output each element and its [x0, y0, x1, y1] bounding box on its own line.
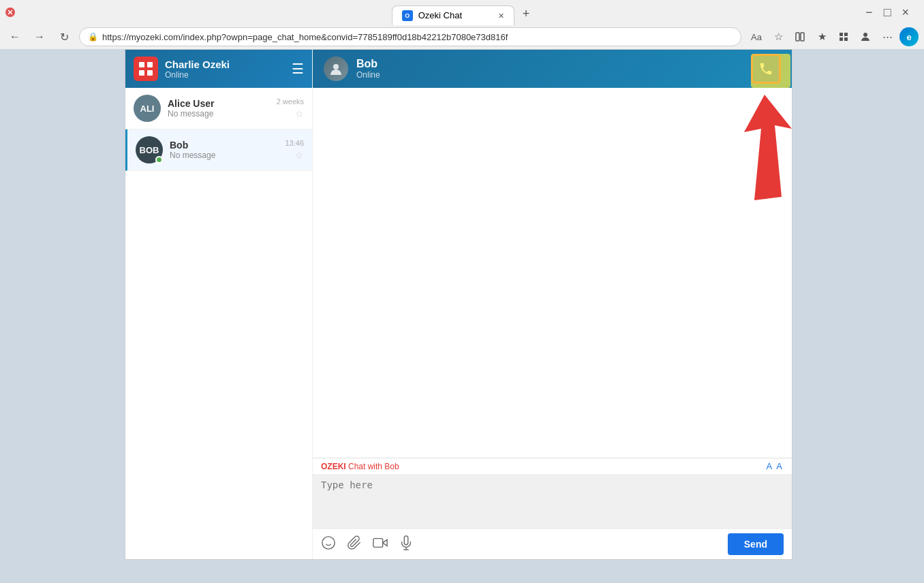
reading-view-button[interactable] — [790, 27, 810, 46]
window-close[interactable] — [5, 7, 15, 17]
video-button[interactable] — [373, 535, 388, 554]
bob-online-indicator — [155, 156, 163, 163]
svg-rect-7 — [840, 37, 843, 41]
sidebar-user-info: Charlie Ozeki Online — [165, 59, 285, 80]
svg-marker-19 — [383, 539, 387, 546]
alice-last-message: No message — [168, 109, 270, 119]
profile-button[interactable] — [856, 27, 875, 46]
tab-favicon: O — [402, 10, 413, 21]
bob-info: Bob No message — [170, 140, 278, 160]
chat-input-area — [313, 474, 792, 529]
audio-button[interactable] — [399, 535, 414, 554]
svg-rect-8 — [844, 37, 848, 41]
call-button[interactable] — [751, 54, 781, 84]
svg-rect-6 — [844, 33, 848, 36]
alice-info: Alice User No message — [168, 98, 270, 119]
attachment-button[interactable] — [347, 535, 362, 554]
lock-icon: 🔒 — [88, 32, 98, 42]
tab-close-button[interactable]: × — [499, 10, 504, 21]
chat-brand-label: OZEKI Chat with Bob — [321, 462, 399, 471]
chat-messages — [313, 88, 792, 458]
window-controls — [5, 7, 15, 17]
chat-contact-status: Online — [356, 70, 743, 80]
sidebar: Charlie Ozeki Online ☰ ALI Alice User No… — [125, 50, 313, 559]
tab-label: Ozeki Chat — [418, 10, 462, 20]
address-bar[interactable]: 🔒 https://myozeki.com/index.php?owpn=pag… — [79, 27, 741, 46]
active-tab[interactable]: O Ozeki Chat × — [392, 5, 514, 25]
read-aloud-button[interactable]: Aa — [747, 27, 766, 46]
contact-list: ALI Alice User No message 2 weeks ☆ BOB — [125, 88, 312, 559]
svg-rect-11 — [147, 62, 153, 67]
browser-titlebar: O Ozeki Chat × + − □ × — [0, 0, 924, 25]
window-min-button[interactable]: − — [861, 5, 877, 20]
alice-star-icon[interactable]: ☆ — [295, 108, 304, 119]
address-text: https://myozeki.com/index.php?owpn=page_… — [102, 32, 508, 42]
chat-header: Bob Online — [313, 50, 792, 88]
chat-action-icons — [321, 535, 728, 554]
chat-contact-name: Bob — [356, 58, 743, 70]
bob-time: 13:46 — [285, 139, 304, 147]
svg-rect-4 — [801, 33, 804, 41]
sidebar-header: Charlie Ozeki Online ☰ — [125, 50, 312, 88]
forward-button[interactable]: → — [30, 27, 49, 46]
collections-button[interactable]: ★ — [812, 27, 831, 46]
svg-rect-20 — [373, 538, 383, 547]
chat-with-label: Chat with Bob — [346, 462, 399, 471]
sidebar-menu-button[interactable]: ☰ — [292, 61, 304, 77]
bob-meta: 13:46 ☆ — [285, 139, 304, 161]
emoji-button[interactable] — [321, 535, 336, 554]
svg-rect-12 — [139, 70, 144, 76]
bob-star-icon[interactable]: ☆ — [295, 150, 304, 161]
chat-contact-avatar — [324, 57, 348, 81]
svg-text:Aa: Aa — [751, 32, 762, 42]
svg-rect-5 — [840, 33, 843, 36]
sidebar-user-status: Online — [165, 70, 285, 80]
send-button[interactable]: Send — [728, 533, 784, 555]
chat-header-info: Bob Online — [356, 58, 743, 80]
alice-avatar: ALI — [134, 95, 161, 122]
chat-footer-label-bar: OZEKI Chat with Bob A A — [313, 458, 792, 474]
bob-avatar: BOB — [136, 136, 163, 163]
contact-item-bob[interactable]: BOB Bob No message 13:46 ☆ — [125, 129, 312, 171]
window-max-button[interactable]: □ — [880, 5, 895, 20]
alice-avatar-text: ALI — [140, 104, 155, 114]
browser-toolbar: ← → ↻ 🔒 https://myozeki.com/index.php?ow… — [0, 25, 924, 49]
svg-rect-3 — [796, 33, 799, 41]
toolbar-actions: Aa ☆ ★ ⋯ e — [747, 27, 919, 46]
browser-tabs: O Ozeki Chat × + — [386, 0, 542, 25]
svg-rect-10 — [139, 62, 144, 67]
alice-time: 2 weeks — [277, 97, 304, 106]
svg-point-14 — [333, 64, 339, 69]
chat-area: Bob Online — [313, 50, 792, 559]
extensions-button[interactable] — [834, 27, 853, 46]
alice-meta: 2 weeks ☆ — [277, 97, 304, 119]
alice-name: Alice User — [168, 98, 270, 109]
bob-avatar-text: BOB — [140, 145, 159, 155]
chat-footer: OZEKI Chat with Bob A A — [313, 458, 792, 559]
svg-point-9 — [863, 33, 867, 37]
svg-point-16 — [322, 536, 335, 548]
svg-rect-13 — [147, 70, 153, 76]
sidebar-user-avatar — [134, 57, 158, 81]
chat-brand-name: OZEKI — [321, 462, 346, 471]
back-button[interactable]: ← — [5, 27, 25, 46]
window-close-button[interactable]: × — [898, 5, 914, 20]
contact-item-alice[interactable]: ALI Alice User No message 2 weeks ☆ — [125, 88, 312, 129]
sidebar-username: Charlie Ozeki — [165, 59, 285, 70]
font-size-controls[interactable]: A A — [766, 461, 784, 471]
bob-name: Bob — [170, 140, 278, 151]
chat-actions-bar: Send — [313, 529, 792, 559]
chat-input[interactable] — [321, 479, 784, 520]
settings-button[interactable]: ⋯ — [878, 27, 897, 46]
bob-last-message: No message — [170, 151, 278, 160]
new-tab-button[interactable]: + — [516, 3, 537, 25]
edge-copilot-button[interactable]: e — [899, 27, 919, 46]
favorites-button[interactable]: ☆ — [769, 27, 788, 46]
reload-button[interactable]: ↻ — [55, 27, 74, 46]
